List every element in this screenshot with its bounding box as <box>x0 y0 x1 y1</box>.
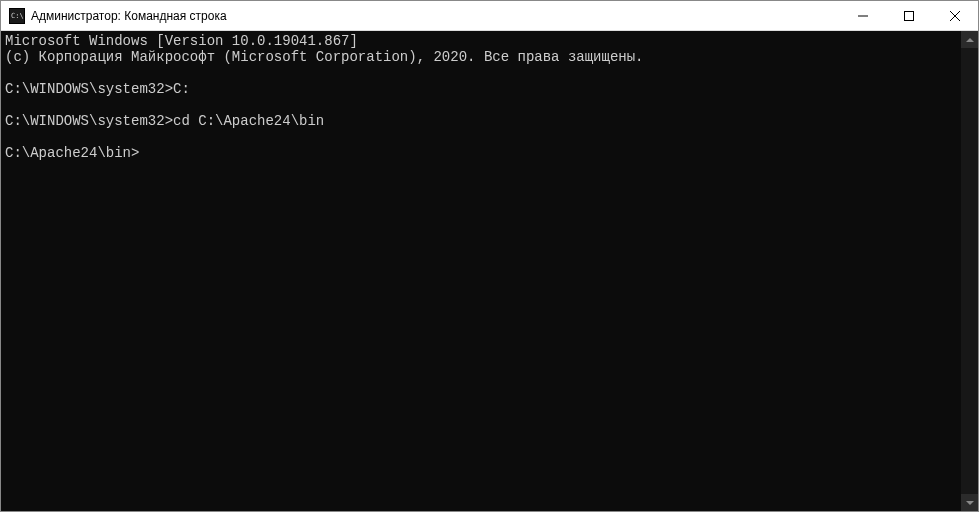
scroll-track[interactable] <box>961 48 978 494</box>
terminal-output[interactable]: Microsoft Windows [Version 10.0.19041.86… <box>1 31 961 511</box>
terminal-container: Microsoft Windows [Version 10.0.19041.86… <box>1 31 978 511</box>
window-controls <box>840 1 978 30</box>
svg-marker-7 <box>966 38 974 42</box>
terminal-line: C:\Apache24\bin> <box>5 145 957 161</box>
svg-marker-8 <box>966 501 974 505</box>
window-title: Администратор: Командная строка <box>31 9 840 23</box>
terminal-line: (c) Корпорация Майкрософт (Microsoft Cor… <box>5 49 957 65</box>
terminal-line <box>5 65 957 81</box>
svg-text:C:\: C:\ <box>11 12 24 20</box>
terminal-line: C:\WINDOWS\system32>cd C:\Apache24\bin <box>5 113 957 129</box>
scroll-down-arrow[interactable] <box>961 494 978 511</box>
maximize-button[interactable] <box>886 1 932 30</box>
close-button[interactable] <box>932 1 978 30</box>
terminal-line <box>5 97 957 113</box>
terminal-line: Microsoft Windows [Version 10.0.19041.86… <box>5 33 957 49</box>
vertical-scrollbar[interactable] <box>961 31 978 511</box>
svg-rect-4 <box>905 11 914 20</box>
scroll-up-arrow[interactable] <box>961 31 978 48</box>
minimize-button[interactable] <box>840 1 886 30</box>
window-titlebar: C:\ Администратор: Командная строка <box>1 1 978 31</box>
terminal-line <box>5 129 957 145</box>
terminal-line: C:\WINDOWS\system32>C: <box>5 81 957 97</box>
cmd-icon: C:\ <box>9 8 25 24</box>
